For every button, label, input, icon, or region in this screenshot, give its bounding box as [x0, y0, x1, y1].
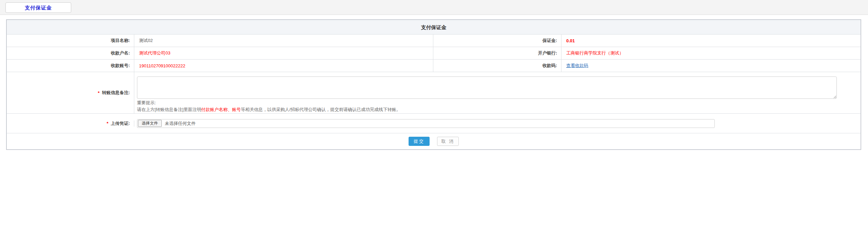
panel-title: 支付保证金 [7, 20, 861, 35]
transfer-remark-label: 转账信息备注: [102, 90, 130, 96]
table-row-payee: 收款户名: 测试代理公司03 开户银行: 工商银行商学院支行（测试） [7, 47, 861, 60]
project-name-label: 项目名称: [7, 35, 134, 47]
topbar: 支付保证金 [0, 0, 868, 15]
payee-account-number-label: 收款账号: [7, 60, 134, 72]
cancel-button[interactable]: 取 消 [437, 137, 459, 146]
choose-file-button[interactable]: 选择文件 [138, 120, 162, 127]
hint-text-pre: 请在上方[转账信息备注]里面注明 [137, 107, 201, 112]
view-payment-qr-link[interactable]: 查看收款码 [566, 63, 588, 69]
table-row-account: 收款账号: 1901102709100022222 收款码: 查看收款码 [7, 60, 861, 72]
payee-account-number-value: 1901102709100022222 [134, 60, 433, 72]
submit-button[interactable]: 提交 [409, 137, 430, 146]
deposit-amount-label: 保证金: [433, 35, 561, 47]
bank-value: 工商银行商学院支行（测试） [561, 47, 861, 59]
project-name-value: 测试02 [134, 35, 433, 47]
transfer-remark-label-cell: * 转账信息备注: [7, 72, 134, 113]
required-asterisk: * [107, 121, 108, 126]
deposit-amount-value: 0.01 [561, 35, 861, 47]
upload-voucher-label: 上传凭证: [111, 120, 130, 127]
required-asterisk: * [98, 90, 100, 95]
file-input[interactable]: 选择文件 未选择任何文件 [137, 119, 715, 128]
table-row-project: 项目名称: 测试02 保证金: 0.01 [7, 35, 861, 47]
transfer-remark-textarea[interactable] [137, 76, 837, 99]
upload-voucher-row: * 上传凭证: 选择文件 未选择任何文件 [7, 114, 861, 133]
hint-text-post: 等相关信息，以供采购人/招标代理公司确认，提交前请确认已成功完成线下转账。 [241, 107, 401, 112]
actions-row: 提交 取 消 [7, 133, 861, 149]
hint-text-red: 付款账户名称、账号 [201, 107, 241, 112]
upload-voucher-content: 选择文件 未选择任何文件 [134, 119, 861, 128]
bank-label: 开户银行: [433, 47, 561, 59]
no-file-selected-text: 未选择任何文件 [165, 120, 196, 127]
hint-title: 重要提示: [137, 100, 861, 106]
payment-qr-label: 收款码: [433, 60, 561, 72]
pay-deposit-tab-button[interactable]: 支付保证金 [5, 2, 71, 13]
hint-line: 请在上方[转账信息备注]里面注明付款账户名称、账号等相关信息，以供采购人/招标代… [137, 107, 861, 112]
upload-voucher-label-cell: * 上传凭证: [7, 120, 134, 127]
transfer-remark-content: 重要提示: 请在上方[转账信息备注]里面注明付款账户名称、账号等相关信息，以供采… [134, 72, 861, 113]
payee-account-name-value: 测试代理公司03 [134, 47, 433, 59]
deposit-panel: 支付保证金 项目名称: 测试02 保证金: 0.01 收款户名: 测试代理公司0… [6, 19, 861, 150]
payee-account-name-label: 收款户名: [7, 47, 134, 59]
transfer-remark-row: * 转账信息备注: 重要提示: 请在上方[转账信息备注]里面注明付款账户名称、账… [7, 72, 861, 114]
